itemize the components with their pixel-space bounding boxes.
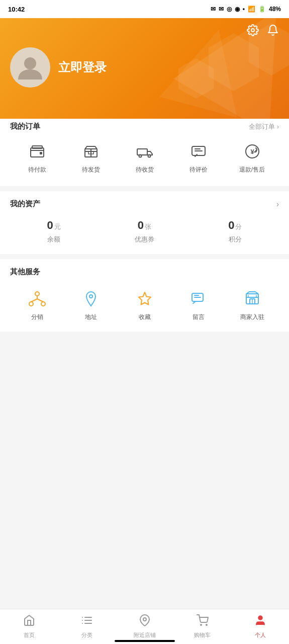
service-address[interactable]: 地址 (64, 287, 118, 324)
message-icon (188, 289, 209, 309)
svg-point-13 (29, 302, 33, 306)
merchant-icon (242, 289, 262, 309)
store-icon (139, 614, 151, 629)
location-icon (81, 289, 101, 309)
svg-point-7 (139, 155, 141, 157)
balance-label: 余额 (47, 235, 60, 244)
home-icon (23, 614, 35, 629)
svg-point-26 (201, 624, 202, 625)
chevron-right-icon: › (277, 123, 279, 130)
nav-nearby-store[interactable]: 附近店铺 (116, 610, 173, 639)
refund-icon: ¥ (242, 141, 262, 162)
svg-rect-4 (40, 152, 42, 154)
order-label: 待收货 (136, 166, 154, 174)
svg-point-15 (89, 295, 92, 298)
all-orders-link[interactable]: 全部订单 › (249, 122, 279, 131)
order-label: 待发货 (82, 166, 100, 174)
header-actions (10, 24, 279, 39)
nav-profile-label: 个人 (255, 631, 266, 639)
services-header: 其他服务 (10, 267, 279, 277)
orders-title: 我的订单 (10, 122, 40, 131)
balance-number: 0 (47, 219, 53, 232)
svg-rect-3 (32, 146, 42, 148)
order-item-pending-shipment[interactable]: 待发货 (76, 141, 106, 174)
status-time: 10:42 (8, 6, 25, 13)
assets-title: 我的资产 (10, 199, 40, 209)
login-button[interactable]: 立即登录 (58, 59, 107, 75)
nav-category-label: 分类 (81, 631, 92, 639)
nav-spacer (0, 488, 289, 523)
orders-card: 我的订单 全部订单 › 待付款 (0, 114, 289, 186)
points-unit: 分 (235, 222, 242, 231)
order-label: 待评价 (189, 166, 208, 174)
asset-points[interactable]: 0 分 积分 (228, 219, 242, 244)
service-merchant[interactable]: 商家入驻 (225, 287, 279, 324)
service-favorites[interactable]: 收藏 (118, 287, 171, 324)
orders-header: 我的订单 全部订单 › (10, 122, 279, 131)
services-items: 分销 地址 收藏 (10, 287, 279, 324)
status-icons: ✉ ✉ ◎ ◉ • 📶 🔋 48% (211, 6, 281, 13)
assets-items: 0 元 余额 0 张 优惠券 0 分 积分 (10, 219, 279, 246)
order-item-refund[interactable]: ¥ 退款/售后 (237, 141, 267, 174)
svg-point-0 (251, 29, 254, 32)
nav-home-label: 首页 (24, 631, 35, 639)
profile-header: 立即登录 (0, 18, 289, 119)
order-item-pending-receipt[interactable]: 待收货 (130, 141, 160, 174)
nav-profile[interactable]: 个人 (231, 610, 289, 639)
avatar-image (15, 52, 45, 83)
assets-header: 我的资产 › (10, 199, 279, 209)
asset-coupon[interactable]: 0 张 优惠券 (135, 219, 154, 244)
star-icon (135, 289, 155, 309)
svg-point-27 (206, 624, 207, 625)
svg-point-25 (143, 618, 146, 621)
cart-icon (197, 614, 209, 629)
notification-button[interactable] (267, 24, 279, 39)
nav-indicator (115, 640, 175, 642)
orders-items: 待付款 待发货 (10, 141, 279, 178)
services-card: 其他服务 分销 地址 (0, 259, 289, 332)
truck-icon (135, 141, 155, 162)
profile-info[interactable]: 立即登录 (10, 47, 279, 88)
blank-area (0, 337, 289, 488)
gear-icon (247, 24, 259, 36)
nav-cart-label: 购物车 (194, 631, 211, 639)
nav-category[interactable]: 分类 (58, 610, 116, 639)
service-label: 地址 (85, 313, 97, 321)
bottom-nav: 首页 分类 附近店铺 (0, 609, 289, 644)
box-icon (81, 141, 101, 162)
comment-icon (188, 141, 209, 162)
wallet-icon (27, 141, 47, 162)
assets-card: 我的资产 › 0 元 余额 0 张 优惠券 0 分 积分 (0, 191, 289, 254)
nav-nearby-label: 附近店铺 (134, 631, 156, 639)
settings-button[interactable] (247, 24, 259, 39)
balance-unit: 元 (54, 222, 61, 231)
person-icon (254, 614, 266, 629)
coupon-label: 优惠券 (135, 235, 154, 244)
order-item-pending-review[interactable]: 待评价 (183, 141, 214, 174)
service-label: 分销 (31, 313, 43, 321)
order-item-pending-payment[interactable]: 待付款 (22, 141, 52, 174)
order-label: 待付款 (28, 166, 46, 174)
svg-point-28 (258, 616, 262, 620)
service-message[interactable]: 留言 (171, 287, 225, 324)
svg-point-8 (148, 155, 150, 157)
assets-arrow[interactable]: › (276, 200, 279, 209)
nav-cart[interactable]: 购物车 (173, 610, 231, 639)
coupon-number: 0 (138, 219, 144, 232)
status-bar: 10:42 ✉ ✉ ◎ ◉ • 📶 🔋 48% (0, 0, 289, 18)
coupon-unit: 张 (145, 222, 151, 231)
asset-balance[interactable]: 0 元 余额 (47, 219, 61, 244)
service-label: 留言 (192, 313, 205, 321)
svg-point-12 (35, 292, 39, 296)
svg-point-1 (24, 57, 36, 69)
services-title: 其他服务 (10, 267, 40, 277)
category-icon (81, 614, 93, 629)
nav-home[interactable]: 首页 (0, 610, 58, 639)
svg-rect-6 (137, 149, 147, 155)
avatar[interactable] (10, 47, 50, 88)
service-distribution[interactable]: 分销 (10, 287, 64, 324)
order-label: 退款/售后 (239, 166, 265, 174)
distribution-icon (27, 289, 47, 309)
bell-icon (267, 24, 279, 36)
service-label: 收藏 (139, 313, 151, 321)
